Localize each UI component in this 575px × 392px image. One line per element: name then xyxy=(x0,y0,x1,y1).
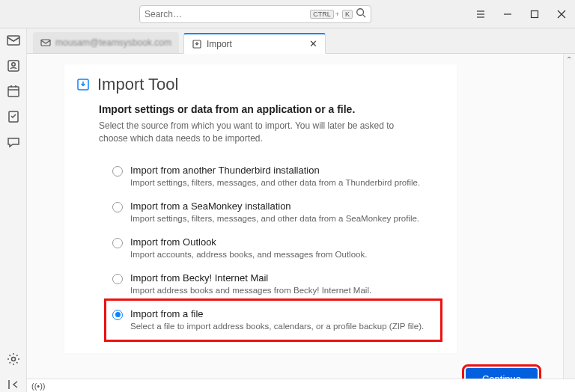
option-thunderbird[interactable]: Import from another Thunderbird installa… xyxy=(112,159,439,195)
maximize-button[interactable] xyxy=(521,0,548,28)
option-outlook[interactable]: Import from Outlook Import accounts, add… xyxy=(112,230,439,266)
minimize-button[interactable] xyxy=(494,0,521,28)
svg-rect-9 xyxy=(7,36,19,45)
collapse-icon[interactable] xyxy=(6,377,21,392)
svg-rect-6 xyxy=(532,10,538,17)
addressbook-icon[interactable] xyxy=(6,58,21,73)
page-title: Import Tool xyxy=(97,75,178,94)
statusbar: ((•)) xyxy=(27,379,575,392)
svg-point-0 xyxy=(357,9,364,16)
search-input[interactable] xyxy=(144,9,308,19)
svg-line-1 xyxy=(363,15,366,18)
search-icon xyxy=(356,7,366,20)
menu-button[interactable] xyxy=(467,0,494,28)
option-seamonkey[interactable]: Import from a SeaMonkey installation Imp… xyxy=(112,195,439,230)
global-search[interactable]: CTRL + K xyxy=(139,5,371,23)
mail-icon[interactable] xyxy=(6,33,21,48)
titlebar: CTRL + K xyxy=(0,0,575,28)
tab-close-icon[interactable]: ✕ xyxy=(309,38,317,49)
svg-rect-19 xyxy=(41,40,50,46)
scroll-up-icon[interactable]: ⌃ xyxy=(566,55,572,64)
tabstrip: mousam@teamsysbook.com Import ✕ xyxy=(27,28,575,54)
tab-import-label: Import xyxy=(207,39,232,49)
tasks-icon[interactable] xyxy=(6,109,21,124)
radio-selected[interactable] xyxy=(112,310,123,320)
radio-unselected[interactable] xyxy=(112,166,123,177)
connection-status-icon: ((•)) xyxy=(31,382,46,391)
tab-account-label: mousam@teamsysbook.com xyxy=(55,37,171,48)
page-subtitle: Import settings or data from an applicat… xyxy=(99,103,439,115)
mail-small-icon xyxy=(40,37,51,48)
continue-button[interactable]: Continue xyxy=(466,368,538,379)
chat-icon[interactable] xyxy=(6,135,21,150)
option-file[interactable]: Import from a file Select a file to impo… xyxy=(108,302,439,338)
import-small-icon xyxy=(192,39,202,49)
radio-unselected[interactable] xyxy=(112,202,123,212)
search-shortcut: CTRL + K xyxy=(308,10,353,19)
page-description: Select the source from which you want to… xyxy=(99,120,421,145)
radio-unselected[interactable] xyxy=(112,238,123,248)
close-window-button[interactable] xyxy=(548,0,575,28)
option-becky[interactable]: Import from Becky! Internet Mail Import … xyxy=(112,266,439,302)
import-tool-icon xyxy=(76,78,90,91)
spaces-toolbar xyxy=(0,28,27,392)
svg-point-11 xyxy=(11,63,14,66)
svg-rect-12 xyxy=(8,87,19,97)
scrollbar[interactable]: ⌃ xyxy=(563,54,575,379)
svg-point-17 xyxy=(11,358,15,361)
calendar-icon[interactable] xyxy=(6,84,21,99)
radio-unselected[interactable] xyxy=(112,274,123,284)
settings-icon[interactable] xyxy=(6,352,21,367)
tab-import[interactable]: Import ✕ xyxy=(183,33,326,54)
import-card: Import Tool Import settings or data from… xyxy=(64,64,457,353)
tab-account[interactable]: mousam@teamsysbook.com xyxy=(33,32,179,53)
